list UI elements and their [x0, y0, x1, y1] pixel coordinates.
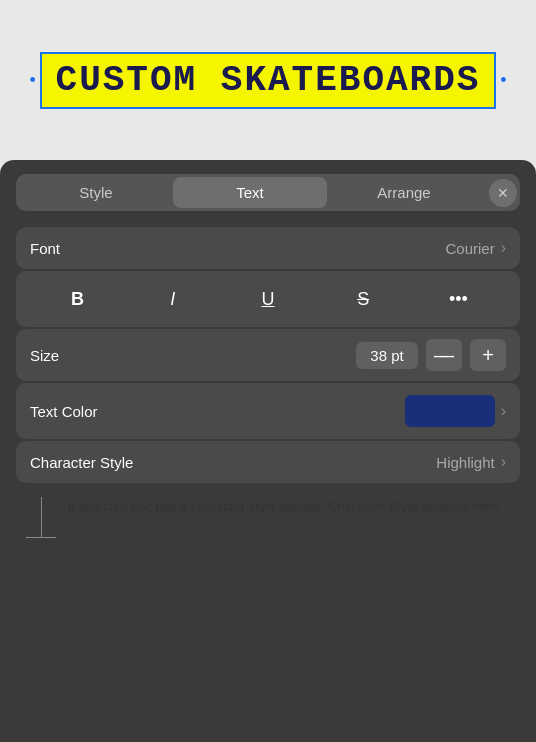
selected-text-box[interactable]: CUSTOM SKATEBOARDS: [40, 52, 497, 109]
annotation-vertical-line: [41, 497, 42, 537]
more-options-button[interactable]: •••: [440, 281, 476, 317]
tab-bar: Style Text Arrange ✕: [16, 174, 520, 211]
format-panel: Style Text Arrange ✕ Font Courier › B I …: [0, 160, 536, 742]
text-color-label: Text Color: [30, 403, 98, 420]
annotation-text: If selected text has a character style a…: [68, 497, 510, 538]
bold-button[interactable]: B: [60, 281, 96, 317]
color-chevron-icon: ›: [501, 402, 506, 420]
size-decrease-button[interactable]: —: [426, 339, 462, 371]
annotation-area: If selected text has a character style a…: [16, 497, 520, 538]
size-row: Size 38 pt — +: [16, 329, 520, 381]
underline-button[interactable]: U: [250, 281, 286, 317]
italic-button[interactable]: I: [155, 281, 191, 317]
size-value[interactable]: 38 pt: [356, 342, 418, 369]
annotation-horizontal-line: [26, 537, 56, 538]
annotation-line: [26, 497, 56, 538]
font-chevron-icon: ›: [501, 239, 506, 257]
strikethrough-button[interactable]: S: [345, 281, 381, 317]
tab-style[interactable]: Style: [19, 177, 173, 208]
tab-text[interactable]: Text: [173, 177, 327, 208]
format-buttons-row: B I U S •••: [16, 271, 520, 327]
character-style-row[interactable]: Character Style Highlight ›: [16, 441, 520, 483]
text-color-value: ›: [405, 395, 506, 427]
text-color-row[interactable]: Text Color ›: [16, 383, 520, 439]
character-style-chevron-icon: ›: [501, 453, 506, 471]
close-button[interactable]: ✕: [489, 179, 517, 207]
size-controls: 38 pt — +: [356, 339, 506, 371]
tab-arrange[interactable]: Arrange: [327, 177, 481, 208]
canvas-text: CUSTOM SKATEBOARDS: [56, 60, 481, 101]
size-label: Size: [30, 347, 59, 364]
font-value: Courier ›: [445, 239, 506, 257]
color-swatch[interactable]: [405, 395, 495, 427]
character-style-label: Character Style: [30, 454, 133, 471]
canvas-area: CUSTOM SKATEBOARDS: [0, 0, 536, 160]
size-increase-button[interactable]: +: [470, 339, 506, 371]
character-style-value: Highlight ›: [436, 453, 506, 471]
font-row[interactable]: Font Courier ›: [16, 227, 520, 269]
font-label: Font: [30, 240, 60, 257]
